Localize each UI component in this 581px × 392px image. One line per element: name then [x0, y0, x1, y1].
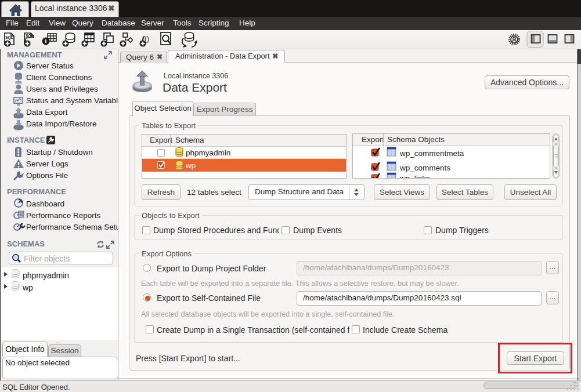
svg-text:SQL: SQL — [26, 34, 34, 38]
svg-text:i: i — [45, 38, 46, 44]
